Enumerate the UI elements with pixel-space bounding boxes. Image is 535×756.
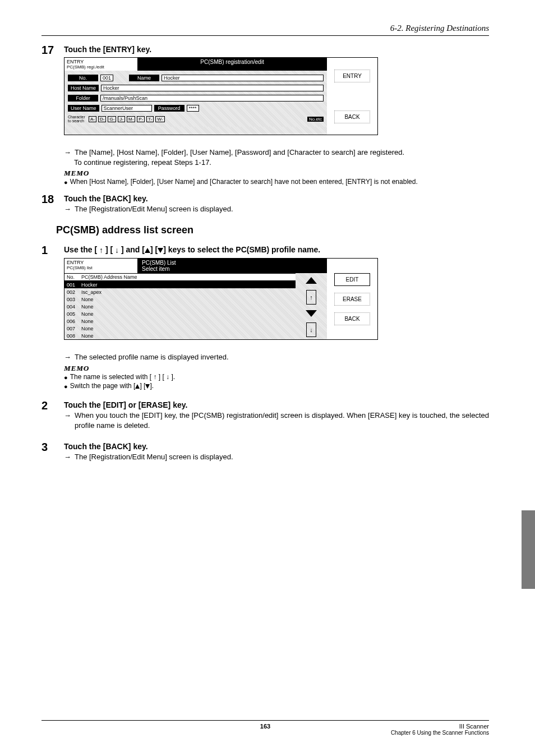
t: Switch the page with [ <box>70 382 136 390</box>
footer-right1: III Scanner <box>459 723 489 730</box>
list-item[interactable]: 007None <box>64 325 296 332</box>
solid-down-icon <box>158 248 163 253</box>
memo-label: MEMO <box>64 169 489 178</box>
solid-up-icon <box>145 248 150 253</box>
panel1-footer <box>64 127 327 135</box>
panel2-header-right: PC(SMB) List Select item <box>137 259 327 273</box>
row-name: None <box>81 311 94 317</box>
bullet-icon: ● <box>64 382 68 391</box>
registration-edit-panel: ENTRY PC(SMB) regi./edit PC(SMB) registr… <box>64 57 378 135</box>
row-num: 005 <box>67 311 81 317</box>
sub2-number: 2 <box>41 399 57 431</box>
row-num: 004 <box>67 304 81 310</box>
edit-button[interactable]: EDIT <box>334 273 370 286</box>
char-tab[interactable]: P- <box>137 116 145 122</box>
sub3-number: 3 <box>41 441 57 462</box>
char-lead: Character to search <box>68 115 87 123</box>
panel1-hdr-main: ENTRY <box>67 59 135 64</box>
scroll-down-button[interactable]: ↓ <box>306 322 316 337</box>
step17-memo: When [Host Name], [Folder], [User Name] … <box>70 178 418 187</box>
sub1-title: Use the [ ↑ ] [ ↓ ] and [] [] keys to se… <box>64 245 489 255</box>
panel1-header-left: ENTRY PC(SMB) regi./edit <box>64 58 137 71</box>
back-button[interactable]: BACK <box>334 312 370 325</box>
list-item[interactable]: 003None <box>64 296 296 303</box>
arrow-icon: → <box>64 411 71 431</box>
char-tab[interactable]: T- <box>146 116 154 122</box>
no-value: 001 <box>100 75 113 81</box>
step18-result: The [Registration/Edit Menu] screen is d… <box>75 204 489 214</box>
list-item[interactable]: 004None <box>64 303 296 310</box>
panel1-header-right: PC(SMB) registration/edit <box>137 58 327 71</box>
up-arrow-icon: ↑ <box>99 246 103 255</box>
breadcrumb: 6-2. Registering Destinations <box>41 24 489 33</box>
panel2-hdr-line1: PC(SMB) List <box>142 260 176 266</box>
char-tab[interactable]: J- <box>118 116 125 122</box>
t: ]. <box>169 373 175 381</box>
t: ] keys to select the PC(SMB) profile nam… <box>163 245 320 254</box>
panel1-hdr-sub: PC(SMB) regi./edit <box>67 64 135 70</box>
memo-label: MEMO <box>64 364 489 373</box>
name-value: Hocker <box>162 75 324 81</box>
row-name: None <box>81 319 94 324</box>
sub3-title: Touch the [BACK] key. <box>64 442 489 451</box>
t: ] [ <box>140 382 145 390</box>
row-num: 002 <box>67 289 81 295</box>
page-down-icon[interactable] <box>304 308 319 319</box>
row-num: 008 <box>67 333 81 339</box>
row-name: None <box>81 304 94 310</box>
back-button[interactable]: BACK <box>334 110 370 123</box>
step18-title: Touch the [BACK] key. <box>64 194 489 203</box>
panel2-body: No. PC(SMB) Address Name 001Hocker 002Is… <box>64 273 327 339</box>
panel2-header-left: ENTRY PC(SMB) list <box>64 259 137 273</box>
t: ] and [ <box>119 245 145 254</box>
host-label: Host Name <box>68 85 99 91</box>
section-title: PC(SMB) address list screen <box>56 224 489 236</box>
row-num: 006 <box>67 319 81 324</box>
char-tab[interactable]: G- <box>108 116 116 122</box>
char-tab[interactable]: M- <box>127 116 135 122</box>
t: The name is selected with [ <box>70 373 154 381</box>
sub2-title: Touch the [EDIT] or [ERASE] key. <box>64 400 489 409</box>
panel2-hdr-line2: Select item <box>142 266 169 272</box>
page-up-icon[interactable] <box>304 275 319 285</box>
char-tab[interactable]: W- <box>155 116 164 122</box>
no-label: No. <box>68 75 98 81</box>
scroll-up-button[interactable]: ↑ <box>306 290 316 305</box>
char-tab[interactable]: D- <box>98 116 106 122</box>
t: ] [ <box>103 245 115 254</box>
sub3-result: The [Registration/Edit Menu] screen is d… <box>75 452 489 462</box>
entry-button[interactable]: ENTRY <box>334 70 370 82</box>
down-arrow-icon: ↓ <box>115 246 119 255</box>
step17-number: 17 <box>41 44 57 140</box>
sub1-result: The selected profile name is displayed i… <box>75 352 489 362</box>
pass-label: Password <box>154 105 185 112</box>
row-num: 001 <box>67 282 81 288</box>
user-label: User Name <box>68 105 99 112</box>
char-tab[interactable]: A- <box>89 116 96 122</box>
erase-button[interactable]: ERASE <box>334 293 370 306</box>
row-name: None <box>81 297 94 302</box>
list-item[interactable]: 001Hocker <box>64 281 296 288</box>
row-name: Isc_apex <box>81 289 102 295</box>
address-list-panel: ENTRY PC(SMB) list PC(SMB) List Select i… <box>64 258 378 340</box>
folder-label: Folder <box>68 95 98 102</box>
list-item[interactable]: 005None <box>64 310 296 317</box>
sub1-memo1: The name is selected with [ ↑ ] [ ↓ ]. <box>70 373 175 382</box>
name-label: Name <box>129 75 159 81</box>
row-name: Hocker <box>81 282 98 288</box>
t: ] [ <box>156 373 166 381</box>
char-noetc[interactable]: No.etc <box>307 117 324 122</box>
panel2-hdr-main: ENTRY <box>67 260 135 265</box>
step17-title: Touch the [ENTRY] key. <box>64 45 489 54</box>
list-item[interactable]: 008None <box>64 332 296 339</box>
step17-continue: To continue registering, repeat Steps 1-… <box>74 158 489 168</box>
arrow-icon: → <box>64 147 71 158</box>
top-rule <box>41 35 489 36</box>
list-item[interactable]: 006None <box>64 317 296 325</box>
bullet-icon: ● <box>64 373 68 382</box>
row-name: None <box>81 333 94 339</box>
svg-marker-0 <box>306 277 317 284</box>
user-value: ScannerUser <box>102 105 152 112</box>
list-item[interactable]: 002Isc_apex <box>64 288 296 296</box>
page-footer: 163 III Scanner Chapter 6 Using the Scan… <box>41 720 489 736</box>
